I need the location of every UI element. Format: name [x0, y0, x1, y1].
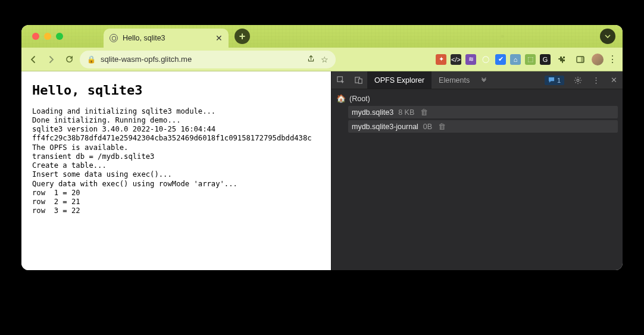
- tab-strip: Hello, sqlite3 ✕ +: [21, 25, 623, 48]
- window-controls: [27, 25, 68, 48]
- output-line: row 3 = 22: [32, 206, 320, 215]
- browser-menu-button[interactable]: ⋮: [608, 54, 618, 65]
- devtools-tab-opfs[interactable]: OPFS Explorer: [367, 71, 432, 89]
- file-name: mydb.sqlite3-journal: [352, 123, 418, 131]
- output-line: sqlite3 version 3.40.0 2022-10-25 16:04:…: [32, 125, 320, 134]
- devtools-tabstrip: OPFS Explorer Elements 1 ⋮: [332, 71, 623, 89]
- file-size: 8 KB: [398, 108, 414, 117]
- console-message-badge[interactable]: 1: [545, 76, 564, 85]
- extension-icon[interactable]: ✦: [436, 54, 446, 65]
- new-tab-button[interactable]: +: [235, 29, 250, 44]
- browser-tab[interactable]: Hello, sqlite3 ✕: [104, 29, 229, 48]
- inspect-element-icon[interactable]: [332, 71, 349, 89]
- devtools-tab-elements[interactable]: Elements: [432, 71, 477, 89]
- opfs-tree: 🏠 (Root) mydb.sqlite38 KB🗑mydb.sqlite3-j…: [332, 89, 623, 270]
- extension-icon[interactable]: ⬚: [525, 54, 536, 65]
- close-window-button[interactable]: [32, 33, 39, 40]
- extensions-row: ✦</>≋◯✔⌂⬚G ⋮: [436, 52, 618, 67]
- svg-rect-1: [581, 57, 584, 62]
- extension-icon[interactable]: G: [540, 54, 551, 65]
- tab-title: Hello, sqlite3: [123, 34, 211, 42]
- bookmark-icon[interactable]: ☆: [321, 55, 329, 64]
- delete-file-icon[interactable]: 🗑: [438, 122, 446, 131]
- extensions-puzzle-icon[interactable]: [555, 52, 569, 67]
- opfs-file-row[interactable]: mydb.sqlite38 KB🗑: [348, 106, 618, 118]
- user-avatar[interactable]: [592, 54, 604, 65]
- minimize-window-button[interactable]: [44, 33, 51, 40]
- back-button[interactable]: [26, 52, 40, 67]
- output-line: Query data with exec() using rowMode 'ar…: [32, 180, 320, 189]
- side-panel-icon[interactable]: [573, 52, 587, 67]
- device-toggle-icon[interactable]: [349, 71, 367, 89]
- maximize-window-button[interactable]: [56, 33, 63, 40]
- profile-menu-button[interactable]: [600, 29, 615, 44]
- extension-icon[interactable]: ◯: [480, 54, 491, 65]
- address-bar[interactable]: 🔒 sqlite-wasm-opfs.glitch.me ☆: [80, 51, 336, 68]
- browser-window: Hello, sqlite3 ✕ + 🔒 sqlite-wasm-opfs.gl…: [21, 25, 623, 270]
- omnibox-actions: ☆: [307, 55, 329, 64]
- output-line: row 2 = 21: [32, 198, 320, 206]
- home-icon: 🏠: [336, 94, 346, 103]
- file-name: mydb.sqlite3: [352, 108, 393, 117]
- close-tab-button[interactable]: ✕: [215, 33, 223, 43]
- devtools-settings-icon[interactable]: [569, 71, 587, 89]
- svg-point-5: [577, 79, 579, 82]
- file-size: 0B: [423, 123, 432, 131]
- reload-button[interactable]: [62, 52, 76, 67]
- output-line: Loading and initializing sqlite3 module.…: [32, 107, 320, 116]
- url-text: sqlite-wasm-opfs.glitch.me: [101, 55, 302, 64]
- content-area: Hello, sqlite3 Loading and initializing …: [21, 71, 623, 270]
- lock-icon: 🔒: [87, 55, 96, 64]
- output-line: row 1 = 20: [32, 189, 320, 198]
- delete-file-icon[interactable]: 🗑: [420, 108, 428, 117]
- extension-icon[interactable]: ≋: [465, 54, 476, 65]
- output-line: Insert some data using exec()...: [32, 170, 320, 179]
- extension-icon[interactable]: </>: [451, 54, 461, 65]
- opfs-file-row[interactable]: mydb.sqlite3-journal0B🗑: [348, 120, 618, 133]
- output-line: The OPFS is available.: [32, 143, 320, 152]
- output-line: transient db = /mydb.sqlite3: [32, 152, 320, 161]
- devtools-close-icon[interactable]: ✕: [605, 71, 623, 89]
- opfs-root-row[interactable]: 🏠 (Root): [336, 93, 618, 104]
- extension-icon[interactable]: ✔: [495, 54, 506, 65]
- output-line: Done initializing. Running demo...: [32, 116, 320, 125]
- opfs-root-label: (Root): [349, 95, 370, 103]
- more-tabs-icon[interactable]: [477, 71, 491, 89]
- extension-icon[interactable]: ⌂: [510, 54, 521, 65]
- devtools-panel: OPFS Explorer Elements 1 ⋮: [331, 71, 623, 270]
- output-line: ff4fc29c38b78dfd471e25942304cba352469d60…: [32, 134, 320, 143]
- forward-button[interactable]: [44, 52, 58, 67]
- devtools-menu-icon[interactable]: ⋮: [587, 71, 605, 89]
- page-viewport: Hello, sqlite3 Loading and initializing …: [21, 71, 331, 270]
- page-heading: Hello, sqlite3: [32, 82, 320, 99]
- favicon-icon: [110, 34, 118, 42]
- output-line: Create a table...: [32, 161, 320, 170]
- console-output: Loading and initializing sqlite3 module.…: [32, 107, 320, 216]
- svg-rect-4: [358, 79, 362, 84]
- share-icon[interactable]: [307, 55, 315, 64]
- browser-toolbar: 🔒 sqlite-wasm-opfs.glitch.me ☆ ✦</>≋◯✔⌂⬚…: [21, 48, 623, 71]
